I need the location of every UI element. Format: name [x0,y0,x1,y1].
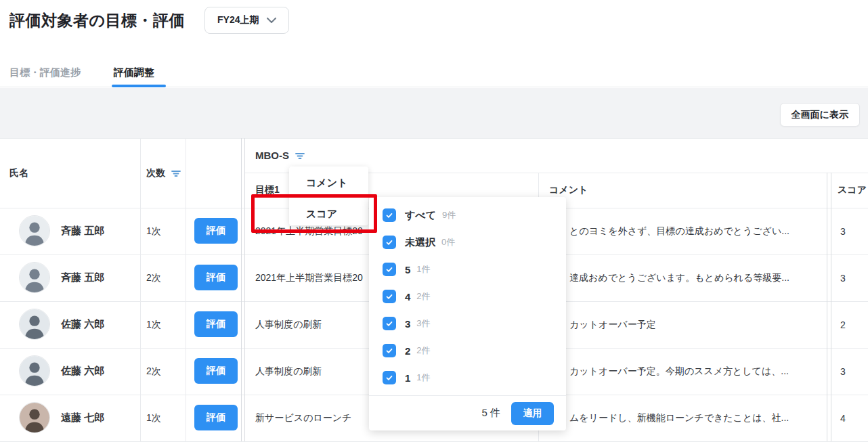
grid-line [0,441,868,442]
option-count: 0件 [441,236,455,248]
option-count: 9件 [442,209,456,221]
employee-name: 佐藤 六郎 [61,348,104,395]
avatar [19,402,50,433]
column-header-name: 氏名 [9,138,28,208]
column-header-goal: 目標1 [255,173,280,208]
goal-text: 2021年上半期営業目標20 [255,254,363,301]
menu-item-score[interactable]: スコア [306,206,337,222]
evaluation-round: 2次 [146,348,161,395]
comment-text: カットオーバー予定 [569,301,656,348]
option-count: 3件 [416,317,430,330]
evaluate-button[interactable]: 評価 [194,405,238,430]
score-value: 4 [840,395,846,441]
period-selector-value: FY24上期 [217,14,259,26]
active-tab-underline [112,85,166,87]
goal-text: 新サービスのローンチ [255,395,351,441]
chevron-down-icon [267,18,276,23]
evaluation-round: 1次 [146,301,161,348]
option-count: 1件 [416,372,430,384]
checkbox-checked-icon[interactable] [383,208,396,222]
filter-icon[interactable] [295,150,305,161]
filter-option-unselected[interactable]: 未選択 0件 [369,229,566,256]
score-value: 3 [840,254,846,301]
column-filter-menu: コメント スコア [289,166,368,225]
option-count: 2件 [416,345,430,357]
avatar [19,309,50,340]
option-count: 1件 [416,263,430,275]
grid-line [0,138,868,139]
evaluation-round: 2次 [146,254,161,301]
checkbox-checked-icon[interactable] [383,344,396,357]
evaluate-button[interactable]: 評価 [194,311,238,337]
checkbox-checked-icon[interactable] [383,236,396,249]
checkbox-checked-icon[interactable] [383,290,396,303]
column-header-round: 次数 [146,138,181,208]
filter-option-4[interactable]: 4 2件 [369,283,566,310]
comment-text: とのヨミを外さず、目標の達成おめでとうござい... [569,208,789,254]
avatar [19,355,50,386]
filter-option-2[interactable]: 2 2件 [369,337,566,364]
comment-text: ムをリードし、新機能ローンチできたことは、社... [569,395,789,441]
avatar [19,215,50,246]
evaluation-round: 1次 [146,395,161,441]
employee-name: 斉藤 五郎 [61,254,104,301]
goal-text: 人事制度の刷新 [255,348,322,395]
avatar [19,262,50,293]
selected-count: 5 件 [481,407,500,420]
toolbar-band: 全画面に表示 [0,88,868,138]
checkbox-checked-icon[interactable] [383,317,396,330]
evaluate-button[interactable]: 評価 [194,358,238,384]
goal-text: 人事制度の刷新 [255,301,322,348]
page-title: 評価対象者の目標・評価 [9,10,185,31]
evaluation-round: 1次 [146,208,161,254]
filter-option-3[interactable]: 3 3件 [369,310,566,337]
tab-bar: 目標・評価進捗 評価調整 [0,61,868,87]
option-count: 2件 [416,290,430,303]
fullscreen-button[interactable]: 全画面に表示 [780,103,860,127]
filter-option-1[interactable]: 1 1件 [369,364,566,391]
filter-option-5[interactable]: 5 1件 [369,256,566,283]
evaluation-screen: 評価対象者の目標・評価 FY24上期 目標・評価進捗 評価調整 全画面に表示 [0,0,868,444]
tab-goal-progress[interactable]: 目標・評価進捗 [9,66,81,79]
filter-panel-footer: 5 件 適用 [369,395,566,430]
apply-button[interactable]: 適用 [511,402,554,425]
filter-icon[interactable] [171,168,181,179]
comment-text: カットオーバー予定。今期のススメ方としては、... [569,348,789,395]
score-filter-panel: すべて 9件 未選択 0件 5 1件 4 2件 3 3件 2 2件 [369,197,566,430]
filter-option-all[interactable]: すべて 9件 [369,202,566,229]
score-value: 3 [840,348,846,395]
employee-name: 斉藤 五郎 [61,208,104,254]
period-selector[interactable]: FY24上期 [204,7,289,34]
tab-evaluation-adjustment[interactable]: 評価調整 [114,66,154,79]
score-value: 3 [840,208,846,254]
comment-text: 達成おめでとうございます。もとめられる等級要... [569,254,789,301]
score-value: 2 [840,301,846,348]
menu-item-comment[interactable]: コメント [306,175,347,191]
employee-name: 遠藤 七郎 [61,395,104,441]
evaluate-button[interactable]: 評価 [194,218,238,244]
employee-name: 佐藤 六郎 [61,301,104,348]
checkbox-checked-icon[interactable] [383,263,396,276]
checkbox-checked-icon[interactable] [383,371,396,384]
column-header-score: スコア [838,173,867,208]
evaluate-button[interactable]: 評価 [194,265,238,290]
